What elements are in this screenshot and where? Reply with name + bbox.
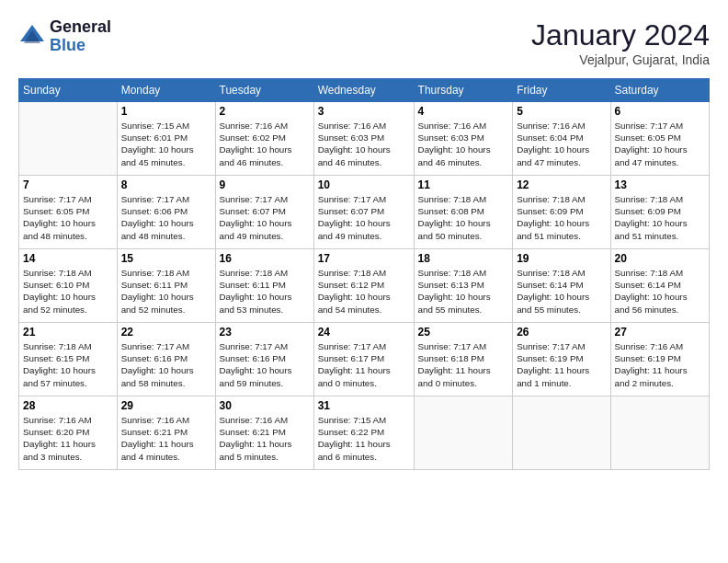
calendar-day-cell: 30Sunrise: 7:16 AM Sunset: 6:21 PM Dayli… bbox=[215, 396, 313, 470]
logo-general: General bbox=[50, 18, 111, 37]
header: General Blue January 2024 Vejalpur, Guja… bbox=[18, 18, 710, 67]
day-info: Sunrise: 7:18 AM Sunset: 6:14 PM Dayligh… bbox=[615, 267, 705, 316]
calendar-header-friday: Friday bbox=[513, 79, 610, 102]
day-number: 21 bbox=[23, 326, 113, 339]
calendar-day-cell bbox=[19, 102, 118, 176]
calendar-day-cell: 13Sunrise: 7:18 AM Sunset: 6:09 PM Dayli… bbox=[610, 176, 709, 249]
day-info: Sunrise: 7:17 AM Sunset: 6:05 PM Dayligh… bbox=[23, 193, 113, 242]
day-number: 20 bbox=[615, 252, 705, 265]
calendar-day-cell: 25Sunrise: 7:17 AM Sunset: 6:18 PM Dayli… bbox=[414, 323, 513, 396]
title-area: January 2024 Vejalpur, Gujarat, India bbox=[531, 18, 710, 67]
day-number: 29 bbox=[121, 399, 211, 412]
day-number: 12 bbox=[517, 178, 606, 191]
calendar-week-row: 21Sunrise: 7:18 AM Sunset: 6:15 PM Dayli… bbox=[19, 323, 710, 396]
day-number: 4 bbox=[418, 105, 509, 118]
calendar-header-row: SundayMondayTuesdayWednesdayThursdayFrid… bbox=[19, 79, 710, 102]
day-info: Sunrise: 7:17 AM Sunset: 6:18 PM Dayligh… bbox=[418, 340, 509, 389]
calendar-day-cell bbox=[513, 396, 610, 470]
calendar-day-cell: 11Sunrise: 7:18 AM Sunset: 6:08 PM Dayli… bbox=[414, 176, 513, 249]
calendar-header-monday: Monday bbox=[117, 79, 215, 102]
day-number: 7 bbox=[23, 178, 113, 191]
day-info: Sunrise: 7:17 AM Sunset: 6:05 PM Dayligh… bbox=[615, 120, 705, 168]
calendar-day-cell: 28Sunrise: 7:16 AM Sunset: 6:20 PM Dayli… bbox=[19, 396, 118, 470]
calendar-day-cell: 31Sunrise: 7:15 AM Sunset: 6:22 PM Dayli… bbox=[313, 396, 414, 470]
calendar-header-saturday: Saturday bbox=[610, 79, 709, 102]
calendar-day-cell: 8Sunrise: 7:17 AM Sunset: 6:06 PM Daylig… bbox=[117, 176, 215, 249]
calendar-day-cell: 10Sunrise: 7:17 AM Sunset: 6:07 PM Dayli… bbox=[313, 176, 414, 249]
day-info: Sunrise: 7:17 AM Sunset: 6:07 PM Dayligh… bbox=[220, 193, 310, 242]
day-number: 9 bbox=[220, 178, 310, 191]
calendar-day-cell: 4Sunrise: 7:16 AM Sunset: 6:03 PM Daylig… bbox=[414, 102, 513, 176]
calendar-day-cell: 7Sunrise: 7:17 AM Sunset: 6:05 PM Daylig… bbox=[19, 176, 118, 249]
day-info: Sunrise: 7:16 AM Sunset: 6:19 PM Dayligh… bbox=[615, 340, 705, 389]
day-info: Sunrise: 7:16 AM Sunset: 6:04 PM Dayligh… bbox=[517, 120, 606, 168]
day-number: 16 bbox=[220, 252, 310, 265]
logo-text: General Blue bbox=[50, 18, 111, 55]
day-info: Sunrise: 7:18 AM Sunset: 6:15 PM Dayligh… bbox=[23, 340, 113, 389]
day-number: 24 bbox=[318, 326, 410, 339]
page: General Blue January 2024 Vejalpur, Guja… bbox=[0, 0, 728, 563]
calendar-day-cell: 5Sunrise: 7:16 AM Sunset: 6:04 PM Daylig… bbox=[513, 102, 610, 176]
day-number: 13 bbox=[615, 178, 705, 191]
day-number: 18 bbox=[418, 252, 509, 265]
day-number: 31 bbox=[318, 399, 410, 412]
day-number: 25 bbox=[418, 326, 509, 339]
day-number: 8 bbox=[121, 178, 211, 191]
day-info: Sunrise: 7:18 AM Sunset: 6:09 PM Dayligh… bbox=[615, 193, 705, 242]
month-title: January 2024 bbox=[531, 18, 710, 52]
calendar-day-cell: 1Sunrise: 7:15 AM Sunset: 6:01 PM Daylig… bbox=[117, 102, 215, 176]
calendar-day-cell: 18Sunrise: 7:18 AM Sunset: 6:13 PM Dayli… bbox=[414, 249, 513, 323]
calendar-day-cell: 24Sunrise: 7:17 AM Sunset: 6:17 PM Dayli… bbox=[313, 323, 414, 396]
calendar-day-cell: 6Sunrise: 7:17 AM Sunset: 6:05 PM Daylig… bbox=[610, 102, 709, 176]
day-info: Sunrise: 7:15 AM Sunset: 6:22 PM Dayligh… bbox=[318, 414, 410, 463]
day-number: 2 bbox=[220, 105, 310, 118]
calendar-day-cell: 16Sunrise: 7:18 AM Sunset: 6:11 PM Dayli… bbox=[215, 249, 313, 323]
calendar-day-cell: 26Sunrise: 7:17 AM Sunset: 6:19 PM Dayli… bbox=[513, 323, 610, 396]
day-number: 1 bbox=[121, 105, 211, 118]
day-info: Sunrise: 7:18 AM Sunset: 6:14 PM Dayligh… bbox=[517, 267, 606, 316]
day-number: 22 bbox=[121, 326, 211, 339]
calendar-day-cell: 23Sunrise: 7:17 AM Sunset: 6:16 PM Dayli… bbox=[215, 323, 313, 396]
day-info: Sunrise: 7:16 AM Sunset: 6:02 PM Dayligh… bbox=[220, 120, 310, 168]
calendar-day-cell: 15Sunrise: 7:18 AM Sunset: 6:11 PM Dayli… bbox=[117, 249, 215, 323]
calendar-week-row: 1Sunrise: 7:15 AM Sunset: 6:01 PM Daylig… bbox=[19, 102, 710, 176]
day-info: Sunrise: 7:18 AM Sunset: 6:12 PM Dayligh… bbox=[318, 267, 410, 316]
day-info: Sunrise: 7:15 AM Sunset: 6:01 PM Dayligh… bbox=[121, 120, 211, 168]
calendar-day-cell: 21Sunrise: 7:18 AM Sunset: 6:15 PM Dayli… bbox=[19, 323, 118, 396]
day-info: Sunrise: 7:18 AM Sunset: 6:11 PM Dayligh… bbox=[220, 267, 310, 316]
day-info: Sunrise: 7:18 AM Sunset: 6:08 PM Dayligh… bbox=[418, 193, 509, 242]
day-info: Sunrise: 7:18 AM Sunset: 6:09 PM Dayligh… bbox=[517, 193, 606, 242]
day-info: Sunrise: 7:17 AM Sunset: 6:06 PM Dayligh… bbox=[121, 193, 211, 242]
calendar-day-cell: 22Sunrise: 7:17 AM Sunset: 6:16 PM Dayli… bbox=[117, 323, 215, 396]
day-info: Sunrise: 7:17 AM Sunset: 6:07 PM Dayligh… bbox=[318, 193, 410, 242]
calendar-week-row: 14Sunrise: 7:18 AM Sunset: 6:10 PM Dayli… bbox=[19, 249, 710, 323]
day-number: 3 bbox=[318, 105, 410, 118]
day-info: Sunrise: 7:18 AM Sunset: 6:11 PM Dayligh… bbox=[121, 267, 211, 316]
calendar-day-cell: 14Sunrise: 7:18 AM Sunset: 6:10 PM Dayli… bbox=[19, 249, 118, 323]
calendar-header-sunday: Sunday bbox=[19, 79, 118, 102]
calendar-day-cell: 9Sunrise: 7:17 AM Sunset: 6:07 PM Daylig… bbox=[215, 176, 313, 249]
day-number: 15 bbox=[121, 252, 211, 265]
calendar-header-thursday: Thursday bbox=[414, 79, 513, 102]
day-number: 14 bbox=[23, 252, 113, 265]
day-number: 10 bbox=[318, 178, 410, 191]
calendar-week-row: 7Sunrise: 7:17 AM Sunset: 6:05 PM Daylig… bbox=[19, 176, 710, 249]
day-number: 17 bbox=[318, 252, 410, 265]
day-number: 26 bbox=[517, 326, 606, 339]
calendar-day-cell: 17Sunrise: 7:18 AM Sunset: 6:12 PM Dayli… bbox=[313, 249, 414, 323]
calendar-table: SundayMondayTuesdayWednesdayThursdayFrid… bbox=[18, 78, 710, 470]
day-info: Sunrise: 7:17 AM Sunset: 6:17 PM Dayligh… bbox=[318, 340, 410, 389]
day-info: Sunrise: 7:17 AM Sunset: 6:16 PM Dayligh… bbox=[121, 340, 211, 389]
day-number: 30 bbox=[220, 399, 310, 412]
day-info: Sunrise: 7:16 AM Sunset: 6:21 PM Dayligh… bbox=[121, 414, 211, 463]
calendar-day-cell bbox=[414, 396, 513, 470]
day-info: Sunrise: 7:16 AM Sunset: 6:03 PM Dayligh… bbox=[418, 120, 509, 168]
calendar-day-cell: 19Sunrise: 7:18 AM Sunset: 6:14 PM Dayli… bbox=[513, 249, 610, 323]
calendar-header-tuesday: Tuesday bbox=[215, 79, 313, 102]
calendar-day-cell: 2Sunrise: 7:16 AM Sunset: 6:02 PM Daylig… bbox=[215, 102, 313, 176]
calendar-day-cell: 12Sunrise: 7:18 AM Sunset: 6:09 PM Dayli… bbox=[513, 176, 610, 249]
logo: General Blue bbox=[18, 18, 111, 55]
day-info: Sunrise: 7:17 AM Sunset: 6:19 PM Dayligh… bbox=[517, 340, 606, 389]
logo-icon bbox=[18, 23, 46, 51]
day-info: Sunrise: 7:18 AM Sunset: 6:13 PM Dayligh… bbox=[418, 267, 509, 316]
